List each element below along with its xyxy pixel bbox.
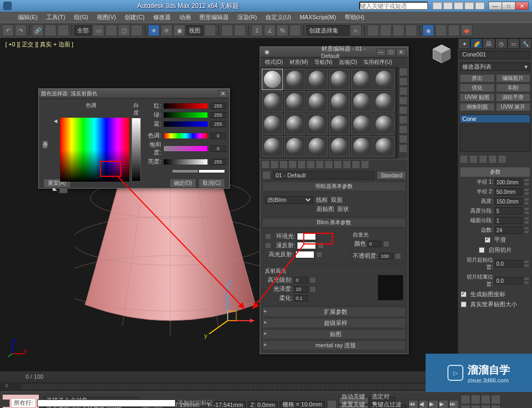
menu-modifiers[interactable]: 修改器 — [150, 12, 174, 22]
maximize-vp-button[interactable] — [491, 405, 501, 408]
render-button[interactable]: 🫖 — [461, 25, 472, 36]
maxscript-listener-input[interactable] — [37, 399, 176, 407]
menu-customize[interactable]: 自定义(U) — [262, 12, 294, 22]
goto-end-button[interactable]: ⏭ — [449, 400, 459, 409]
blue-value[interactable]: 255 — [210, 121, 226, 127]
green-value[interactable]: 255 — [210, 112, 226, 118]
keyboard-button[interactable] — [234, 25, 246, 36]
sample-slot[interactable] — [284, 136, 305, 157]
sample-uv-button[interactable] — [399, 96, 408, 105]
fov-button[interactable] — [461, 405, 470, 408]
remove-modifier-button[interactable] — [488, 155, 497, 164]
heightseg-spinner[interactable]: 5 — [495, 207, 522, 215]
viewport-label[interactable]: [ +0 ][ 正交 ][ 真实 + 边面 ] — [5, 40, 73, 48]
modbtn-lathe[interactable]: 车削 — [496, 84, 531, 92]
snap-percent-button[interactable]: % — [277, 25, 288, 36]
val-slider[interactable] — [163, 159, 208, 165]
rollout-supersampling[interactable]: +超级采样 — [262, 318, 406, 328]
opacity-map-button[interactable] — [395, 253, 401, 259]
speclevel-spinner[interactable]: 0 — [294, 277, 308, 283]
named-selection-dropdown[interactable]: 创建选择集 — [306, 25, 349, 36]
play-button[interactable]: ▶ — [429, 400, 438, 409]
show-map-button[interactable] — [334, 160, 342, 169]
modbtn-uvwunwrap[interactable]: UVW 展开 — [496, 103, 531, 111]
material-name-input[interactable]: 01 - Default — [273, 171, 375, 179]
sample-slot[interactable] — [262, 69, 283, 90]
color-picker-close-button[interactable]: ✕ — [219, 90, 227, 97]
search-icon[interactable] — [433, 2, 442, 10]
diffuse-map-button[interactable] — [318, 242, 324, 249]
sample-slot[interactable] — [351, 69, 372, 90]
sample-slot[interactable] — [306, 113, 328, 135]
keyfilter-button[interactable]: 关键点过滤器... — [369, 405, 406, 408]
align-button[interactable] — [367, 25, 379, 36]
sides-spinner[interactable]: 24 — [495, 226, 522, 234]
modbtn-editmesh[interactable]: 编辑面片 — [496, 74, 531, 83]
tab-display[interactable]: ▭ — [508, 38, 520, 49]
rollout-blinn-basic[interactable]: Blinn 基本参数 — [262, 218, 406, 227]
tab-hierarchy[interactable]: 品 — [483, 38, 495, 49]
modifier-list-dropdown[interactable]: 修改器列表▾ — [460, 62, 530, 71]
exchange-icon[interactable] — [454, 2, 463, 10]
menu-views[interactable]: 视图(V) — [94, 12, 120, 22]
select-by-mat-button[interactable] — [399, 135, 408, 143]
blue-slider[interactable] — [163, 121, 208, 127]
radius2-spinner[interactable]: 50.0mm — [495, 188, 522, 195]
isolate-button[interactable] — [327, 400, 337, 409]
zoom-extents-all-button[interactable] — [491, 395, 501, 404]
select-name-button[interactable] — [105, 25, 117, 36]
link-button[interactable]: 🔗 — [32, 25, 44, 36]
manipulate-button[interactable] — [221, 25, 233, 36]
window-crossing-button[interactable] — [131, 25, 143, 36]
setkey-button[interactable]: 设置关键点 — [339, 405, 369, 408]
goto-start-button[interactable]: ⏮ — [409, 400, 418, 409]
make-copy-button[interactable] — [297, 160, 306, 169]
opacity-spinner[interactable]: 100 — [379, 253, 393, 259]
hue-saturation-field[interactable] — [60, 118, 129, 182]
red-value[interactable]: 255 — [210, 103, 226, 109]
sample-slot[interactable] — [306, 136, 328, 157]
gloss-spinner[interactable]: 10 — [294, 286, 308, 292]
video-check-button[interactable] — [399, 106, 408, 115]
menu-maxscript[interactable]: MAXScript(M) — [296, 13, 339, 21]
put-to-scene-button[interactable] — [270, 160, 279, 169]
specular-map-button[interactable] — [316, 251, 322, 258]
move-gizmo-icon[interactable]: z y — [201, 278, 265, 342]
rotate-button[interactable]: ⟳ — [161, 25, 172, 36]
sample-slot[interactable] — [373, 113, 395, 135]
material-map-nav-button[interactable] — [399, 144, 408, 153]
make-preview-button[interactable] — [399, 116, 408, 124]
undo-button[interactable]: ↶ — [2, 25, 14, 36]
minimize-button[interactable]: — — [488, 2, 502, 10]
sample-slot[interactable] — [329, 91, 350, 112]
backlight-button[interactable] — [399, 77, 408, 86]
modbtn-turbosmooth[interactable]: 涡轮平滑 — [496, 93, 531, 102]
modbtn-bevelprofile[interactable]: 倒角剖面 — [460, 103, 495, 111]
select-rect-button[interactable]: ▢ — [118, 25, 130, 36]
sliceto-spinner[interactable]: 0.0 — [495, 277, 522, 284]
help-icon[interactable] — [475, 2, 485, 10]
sample-slot[interactable] — [351, 91, 372, 112]
radius1-spinner[interactable]: 100.0mm — [495, 178, 522, 186]
menu-help[interactable]: 帮助(H) — [342, 12, 368, 22]
selfillum-spinner[interactable]: 0 — [368, 241, 381, 247]
sample-slot[interactable] — [329, 69, 350, 90]
schematic-view-button[interactable] — [405, 25, 417, 36]
selfillum-map-button[interactable] — [383, 241, 389, 247]
height-spinner[interactable]: 150.0mm — [495, 198, 522, 205]
hue-slider[interactable] — [163, 133, 208, 139]
add-time-tag[interactable]: 添加时间标记 — [178, 399, 213, 407]
redo-button[interactable]: ↷ — [15, 25, 27, 36]
modbtn-optimize[interactable]: 优化 — [460, 84, 495, 92]
smooth-checkbox[interactable] — [485, 237, 491, 243]
pivot-button[interactable] — [204, 25, 216, 36]
zoom-all-button[interactable] — [471, 395, 480, 404]
red-slider[interactable] — [163, 103, 208, 109]
coord-z[interactable]: Z: 0.0mm — [248, 401, 278, 409]
selection-filter-dropdown[interactable]: 全部 — [74, 25, 92, 36]
menu-animation[interactable]: 动画 — [176, 12, 194, 22]
mat-menu-mode[interactable]: 模式(D) — [262, 58, 286, 67]
orbit-button[interactable] — [481, 405, 491, 408]
scale-button[interactable]: ▣ — [173, 25, 185, 36]
rollout-mentalray[interactable]: +mental ray 连接 — [262, 340, 406, 350]
